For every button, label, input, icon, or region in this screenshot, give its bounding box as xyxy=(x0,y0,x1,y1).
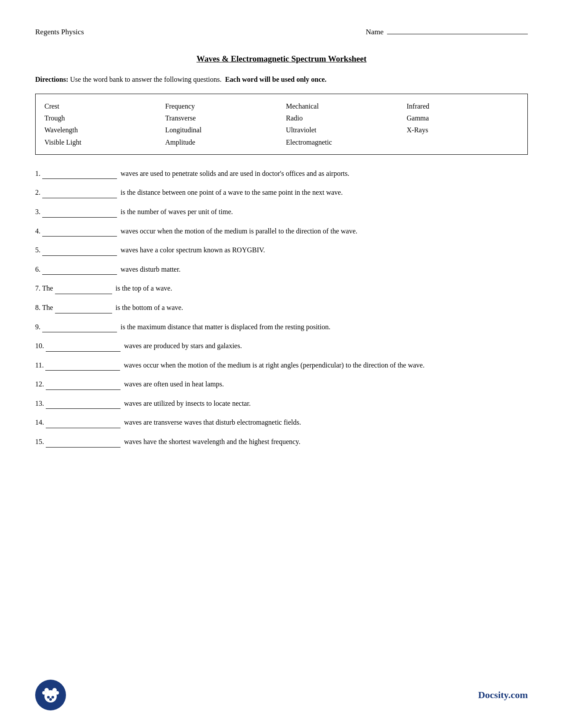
q1-number: 1. xyxy=(35,170,42,177)
q14-number: 14. xyxy=(35,419,46,426)
q2-blank[interactable] xyxy=(42,191,117,198)
word-bank-col1: Crest Trough Wavelength Visible Light xyxy=(44,100,157,148)
q10-blank[interactable] xyxy=(46,345,121,352)
q4-number: 4. xyxy=(35,227,42,235)
q1-text: waves are used to penetrate solids and a… xyxy=(121,170,349,177)
q5-text: waves have a color spectrum known as ROY… xyxy=(121,246,265,254)
q11-blank[interactable] xyxy=(45,364,120,371)
q3-blank[interactable] xyxy=(42,211,117,218)
question-4: 4. waves occur when the motion of the me… xyxy=(35,226,528,237)
word-bank-item: X-Rays xyxy=(407,124,519,136)
q6-blank[interactable] xyxy=(42,268,117,275)
word-bank-item: Transverse xyxy=(165,112,278,124)
question-10: 10. waves are produced by stars and gala… xyxy=(35,340,528,352)
question-11: 11. waves occur when the motion of the m… xyxy=(35,360,528,371)
word-bank-item: Amplitude xyxy=(165,136,278,148)
directions-bold: Each word will be used only once. xyxy=(225,76,327,83)
svg-point-6 xyxy=(51,696,54,699)
q3-number: 3. xyxy=(35,208,42,215)
word-bank-col2: Frequency Transverse Longitudinal Amplit… xyxy=(165,100,278,148)
q15-blank[interactable] xyxy=(46,440,121,448)
q9-blank[interactable] xyxy=(42,325,117,332)
q4-blank[interactable] xyxy=(42,229,117,237)
q6-text: waves disturb matter. xyxy=(121,266,180,273)
word-bank-item: Crest xyxy=(44,100,157,112)
q7-blank[interactable] xyxy=(55,287,112,294)
q6-number: 6. xyxy=(35,266,42,273)
word-bank-item: Radio xyxy=(286,112,398,124)
q8-blank[interactable] xyxy=(55,306,112,313)
q5-number: 5. xyxy=(35,246,42,254)
question-13: 13. waves are utilized by insects to loc… xyxy=(35,398,528,409)
directions: Directions: Use the word bank to answer … xyxy=(35,74,528,85)
word-bank: Crest Trough Wavelength Visible Light Fr… xyxy=(35,94,528,155)
name-label: Name xyxy=(366,28,384,36)
question-7: 7. The is the top of a wave. xyxy=(35,283,528,294)
name-line[interactable] xyxy=(387,26,528,34)
q8-number: 8. The xyxy=(35,304,55,311)
q4-text: waves occur when the motion of the mediu… xyxy=(121,227,358,235)
word-bank-item: Gamma xyxy=(407,112,519,124)
questions-section: 1. waves are used to penetrate solids an… xyxy=(35,168,528,448)
q15-number: 15. xyxy=(35,438,46,445)
q12-number: 12. xyxy=(35,380,46,388)
docsity-logo-svg xyxy=(40,684,62,706)
word-bank-item: Electromagnetic xyxy=(286,136,398,148)
directions-label: Directions: xyxy=(35,76,68,83)
q15-text: waves have the shortest wavelength and t… xyxy=(124,438,300,445)
name-section: Name xyxy=(366,26,528,36)
q10-number: 10. xyxy=(35,342,46,349)
q13-blank[interactable] xyxy=(46,402,121,409)
word-bank-item: Wavelength xyxy=(44,124,157,136)
docsity-logo-icon xyxy=(35,680,66,710)
docsity-label: Docsity.com xyxy=(478,689,528,701)
word-bank-item: Longitudinal xyxy=(165,124,278,136)
word-bank-item: Trough xyxy=(44,112,157,124)
q2-text: is the distance between one point of a w… xyxy=(121,189,343,196)
q7-number: 7. The xyxy=(35,284,55,292)
q2-number: 2. xyxy=(35,189,42,196)
question-8: 8. The is the bottom of a wave. xyxy=(35,302,528,313)
q13-text: waves are utilized by insects to locate … xyxy=(124,400,251,407)
q11-number: 11. xyxy=(35,361,45,369)
word-bank-col3: Mechanical Radio Ultraviolet Electromagn… xyxy=(286,100,398,148)
word-bank-col4: Infrared Gamma X-Rays xyxy=(407,100,519,148)
question-6: 6. waves disturb matter. xyxy=(35,264,528,275)
header: Regents Physics Name xyxy=(35,26,528,36)
question-1: 1. waves are used to penetrate solids an… xyxy=(35,168,528,179)
q11-text: waves occur when the motion of the mediu… xyxy=(124,361,424,369)
q10-text: waves are produced by stars and galaxies… xyxy=(124,342,242,349)
q13-number: 13. xyxy=(35,400,46,407)
q12-blank[interactable] xyxy=(46,383,121,390)
title-section: Waves & Electromagnetic Spectrum Workshe… xyxy=(35,54,528,64)
worksheet-title: Waves & Electromagnetic Spectrum Workshe… xyxy=(197,54,367,63)
question-9: 9. is the maximum distance that matter i… xyxy=(35,321,528,333)
q14-blank[interactable] xyxy=(46,421,121,428)
q14-text: waves are transverse waves that disturb … xyxy=(124,419,301,426)
word-bank-item: Visible Light xyxy=(44,136,157,148)
question-12: 12. waves are often used in heat lamps. xyxy=(35,379,528,390)
svg-point-7 xyxy=(49,698,52,701)
q5-blank[interactable] xyxy=(42,249,117,256)
svg-point-3 xyxy=(42,691,46,695)
question-15: 15. waves have the shortest wavelength a… xyxy=(35,436,528,448)
word-bank-item: Infrared xyxy=(407,100,519,112)
question-3: 3. is the number of waves per unit of ti… xyxy=(35,206,528,218)
svg-point-4 xyxy=(55,691,59,695)
footer: Docsity.com xyxy=(0,680,563,710)
question-14: 14. waves are transverse waves that dist… xyxy=(35,417,528,428)
q8-text: is the bottom of a wave. xyxy=(116,304,183,311)
subject-label: Regents Physics xyxy=(35,28,84,36)
q9-number: 9. xyxy=(35,323,42,331)
directions-text: Use the word bank to answer the followin… xyxy=(70,76,221,83)
q1-blank[interactable] xyxy=(42,172,117,179)
word-bank-item: Frequency xyxy=(165,100,278,112)
q3-text: is the number of waves per unit of time. xyxy=(121,208,233,215)
question-2: 2. is the distance between one point of … xyxy=(35,187,528,198)
q12-text: waves are often used in heat lamps. xyxy=(124,380,224,388)
question-5: 5. waves have a color spectrum known as … xyxy=(35,244,528,256)
q7-text: is the top of a wave. xyxy=(116,284,172,292)
q9-text: is the maximum distance that matter is d… xyxy=(121,323,330,331)
word-bank-item: Mechanical xyxy=(286,100,398,112)
word-bank-item: Ultraviolet xyxy=(286,124,398,136)
